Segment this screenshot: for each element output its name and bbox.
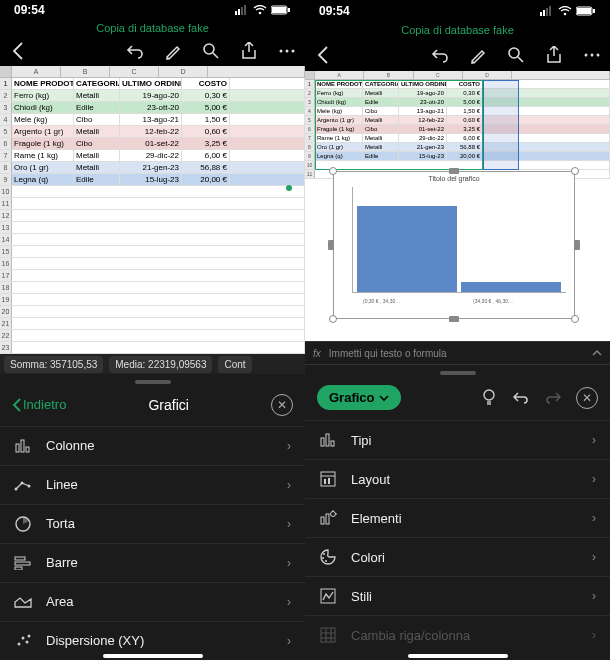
chart-types-panel: Indietro Grafici ✕ Colonne › Linee › Tor… [0,374,305,660]
menu-tipi[interactable]: Tipi › [305,420,610,459]
expand-icon[interactable] [592,348,602,358]
draw-icon[interactable] [468,45,488,65]
menu-area[interactable]: Area › [0,582,305,621]
pie-icon [14,515,32,533]
svg-point-23 [18,642,21,645]
svg-point-56 [322,557,324,559]
undo-icon[interactable] [430,45,450,65]
svg-rect-15 [26,447,29,452]
close-button[interactable]: ✕ [576,387,598,409]
menu-elementi[interactable]: Elementi › [305,498,610,537]
undo-icon[interactable] [512,389,530,407]
svg-point-57 [325,560,327,562]
grafico-pill[interactable]: Grafico [317,385,401,410]
share-icon[interactable] [239,41,259,61]
panel-title: Grafici [66,397,271,413]
data-selection-col[interactable] [483,80,519,170]
data-selection[interactable] [315,80,483,170]
resize-handle[interactable] [571,167,579,175]
calc-bar: Somma: 357105,53 Media: 22319,09563 Cont [0,354,305,374]
chevron-right-icon: › [287,478,291,492]
formula-input[interactable]: Immetti qui testo o formula [329,348,584,359]
share-icon[interactable] [544,45,564,65]
search-icon[interactable] [201,41,221,61]
menu-barre[interactable]: Barre › [0,543,305,582]
svg-rect-30 [549,6,551,16]
spreadsheet[interactable]: ABCD1 NOME PRODOTTO CATEGORIA ULTIMO ORD… [0,66,305,354]
svg-rect-50 [321,517,324,524]
back-icon[interactable] [8,41,28,61]
selection-handle[interactable] [286,185,292,191]
svg-point-4 [259,12,262,15]
scatter-icon [14,632,32,650]
resize-handle[interactable] [449,168,459,174]
back-label: Indietro [23,397,66,412]
back-button[interactable]: Indietro [12,397,66,412]
svg-rect-1 [238,9,240,15]
svg-point-35 [509,48,519,58]
svg-rect-22 [15,567,22,570]
lightbulb-icon[interactable] [480,389,498,407]
back-icon[interactable] [313,45,333,65]
svg-point-24 [22,636,25,639]
chevron-right-icon: › [592,511,596,525]
chart-bar-2 [461,282,561,292]
status-bar: 09:54 [0,0,305,20]
resize-handle[interactable] [328,240,334,250]
drag-handle[interactable] [440,371,476,375]
resize-handle[interactable] [329,315,337,323]
svg-rect-59 [321,628,335,642]
chart-object[interactable]: Titolo del grafico (0,30 € , 34,30… (34,… [333,171,575,319]
menu-linee[interactable]: Linee › [0,465,305,504]
svg-rect-7 [288,8,290,12]
close-button[interactable]: ✕ [271,394,293,416]
more-icon[interactable] [582,45,602,65]
status-icons [235,5,291,15]
menu-torta[interactable]: Torta › [0,504,305,543]
menu-colori[interactable]: Colori › [305,537,610,576]
svg-rect-51 [326,514,329,524]
home-indicator[interactable] [103,654,203,658]
resize-handle[interactable] [574,240,580,250]
drag-handle[interactable] [135,380,171,384]
svg-point-38 [591,54,594,57]
menu-layout[interactable]: Layout › [305,459,610,498]
menu-stili[interactable]: Stili › [305,576,610,615]
chart-xlabel-1: (0,30 € , 34,30… [363,298,400,304]
svg-rect-21 [15,562,30,565]
svg-point-40 [484,390,494,400]
chevron-right-icon: › [592,589,596,603]
chart-plot: (0,30 € , 34,30… (34,30 € , 46,30… [352,187,566,293]
pill-label: Grafico [329,390,375,405]
search-icon[interactable] [506,45,526,65]
menu-colonne[interactable]: Colonne › [0,426,305,465]
svg-point-12 [292,50,295,53]
chevron-right-icon: › [287,439,291,453]
svg-rect-20 [15,557,25,560]
chart-bar-1 [357,206,457,292]
home-indicator[interactable] [408,654,508,658]
resize-handle[interactable] [329,167,337,175]
count-pill: Cont [218,356,251,373]
svg-point-8 [204,44,214,54]
svg-rect-0 [235,11,237,15]
status-time: 09:54 [14,3,45,17]
menu-label: Dispersione (XY) [46,633,273,648]
svg-point-25 [26,640,29,643]
wifi-icon [253,5,267,15]
formula-bar[interactable]: fx Immetti qui testo o formula [305,341,610,365]
menu-label: Barre [46,555,273,570]
more-icon[interactable] [277,41,297,61]
chevron-right-icon: › [592,628,596,642]
sum-pill: Somma: 357105,53 [4,356,103,373]
menu-label: Colonne [46,438,273,453]
swap-icon [319,626,337,644]
area-icon [14,593,32,611]
svg-rect-49 [328,478,330,484]
resize-handle[interactable] [449,316,459,322]
undo-icon[interactable] [125,41,145,61]
svg-line-36 [518,57,523,62]
draw-icon[interactable] [163,41,183,61]
resize-handle[interactable] [571,315,579,323]
lines-icon [14,476,32,494]
